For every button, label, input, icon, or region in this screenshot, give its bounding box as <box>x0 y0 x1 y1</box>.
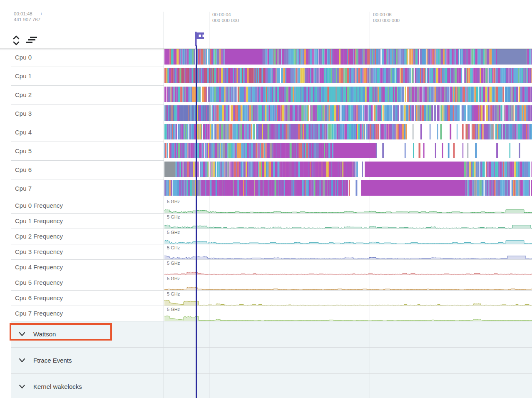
track-label-cpu-2-frequency[interactable]: Cpu 2 Frequency <box>15 229 63 244</box>
freq-track-canvas-cpu-6-frequency[interactable] <box>164 300 532 306</box>
freq-track-canvas-cpu-7-frequency[interactable] <box>164 315 532 321</box>
row-separator <box>11 229 532 229</box>
track-label-cpu-1[interactable]: Cpu 1 <box>15 67 32 85</box>
row-separator <box>11 198 532 198</box>
chevron-down-icon[interactable] <box>19 321 25 347</box>
freq-track-canvas-cpu-1-frequency[interactable] <box>164 223 532 229</box>
row-separator <box>11 48 164 48</box>
sched-track-canvas-cpu-7[interactable] <box>164 180 532 196</box>
sched-track-canvas-cpu-2[interactable] <box>164 87 532 102</box>
group-row-ftrace-events[interactable]: Ftrace Events <box>0 347 532 373</box>
group-label-kernel-wakelocks[interactable]: Kernel wakelocks <box>33 373 82 398</box>
tick-time: 00:00:06 <box>373 12 400 17</box>
group-row-kernel-wakelocks[interactable]: Kernel wakelocks <box>0 373 532 398</box>
tick-time: 00:00:04 <box>212 12 239 17</box>
tick-nanos: 000 000 000 <box>212 17 239 23</box>
counter-scale-label: 5 GHz <box>167 199 180 204</box>
row-separator <box>11 306 532 306</box>
group-row-background <box>11 347 532 373</box>
sched-track-canvas-cpu-3[interactable] <box>164 105 532 121</box>
counter-scale-label: 5 GHz <box>167 291 180 296</box>
sched-track-canvas-cpu-1[interactable] <box>164 68 532 83</box>
counter-scale-label: 5 GHz <box>167 276 180 281</box>
track-row-cpu-4: Cpu 4 <box>0 123 532 142</box>
clock-time: 00:01:48 <box>14 11 32 16</box>
track-row-cpu-5-frequency: Cpu 5 Frequency5 GHz <box>0 275 532 290</box>
track-label-cpu-4[interactable]: Cpu 4 <box>15 123 32 142</box>
track-label-cpu-0-frequency[interactable]: Cpu 0 Frequency <box>15 198 63 213</box>
freq-track-canvas-cpu-0-frequency[interactable] <box>164 207 532 213</box>
counter-scale-label: 5 GHz <box>167 261 180 266</box>
row-separator <box>11 160 164 161</box>
track-label-cpu-7-frequency[interactable]: Cpu 7 Frequency <box>15 306 63 321</box>
row-separator <box>11 104 164 104</box>
track-row-cpu-3-frequency: Cpu 3 Frequency5 GHz <box>0 244 532 259</box>
sched-track-canvas-cpu-4[interactable] <box>164 124 532 139</box>
track-label-cpu-6[interactable]: Cpu 6 <box>15 160 32 179</box>
group-label-ftrace-events[interactable]: Ftrace Events <box>33 347 72 373</box>
row-separator <box>11 123 164 123</box>
clock-offset-sign: + <box>40 11 43 16</box>
group-row-background <box>11 321 532 347</box>
track-row-cpu-6: Cpu 6 <box>0 160 532 179</box>
row-separator <box>11 244 532 244</box>
track-row-cpu-5: Cpu 5 <box>0 142 532 160</box>
freq-track-canvas-cpu-5-frequency[interactable] <box>164 284 532 290</box>
clock-nanos: 441 907 767 <box>14 17 42 22</box>
tick-nanos: 000 000 000 <box>373 17 400 23</box>
track-label-cpu-1-frequency[interactable]: Cpu 1 Frequency <box>15 213 63 229</box>
row-separator <box>11 290 532 291</box>
track-row-cpu-1-frequency: Cpu 1 Frequency5 GHz <box>0 213 532 229</box>
row-separator <box>11 142 164 142</box>
track-row-cpu-4-frequency: Cpu 4 Frequency5 GHz <box>0 259 532 275</box>
sched-track-canvas-cpu-0[interactable] <box>164 49 532 65</box>
viewport-clock: 00:01:48+ 441 907 767 <box>14 11 42 22</box>
counter-scale-label: 5 GHz <box>167 307 180 312</box>
chevron-down-icon[interactable] <box>19 373 25 398</box>
track-row-cpu-0-frequency: Cpu 0 Frequency5 GHz <box>0 198 532 213</box>
track-label-cpu-5[interactable]: Cpu 5 <box>15 142 32 160</box>
row-separator <box>11 373 532 374</box>
track-label-cpu-7[interactable]: Cpu 7 <box>15 179 32 198</box>
chevron-down-icon[interactable] <box>19 347 25 373</box>
track-label-cpu-3-frequency[interactable]: Cpu 3 Frequency <box>15 244 63 259</box>
track-row-cpu-3: Cpu 3 <box>0 104 532 123</box>
track-row-cpu-6-frequency: Cpu 6 Frequency5 GHz <box>0 290 532 306</box>
track-row-cpu-2: Cpu 2 <box>0 85 532 104</box>
track-row-cpu-7: Cpu 7 <box>0 179 532 198</box>
track-row-cpu-7-frequency: Cpu 7 Frequency5 GHz <box>0 306 532 321</box>
row-separator <box>11 85 164 86</box>
timeline-viewport: 00:01:48+ 441 907 767 00:00:04000 000 00… <box>0 0 532 398</box>
track-label-cpu-2[interactable]: Cpu 2 <box>15 85 32 104</box>
row-separator <box>11 259 532 260</box>
freq-track-canvas-cpu-4-frequency[interactable] <box>164 269 532 275</box>
freq-track-canvas-cpu-2-frequency[interactable] <box>164 238 532 244</box>
timeline-cursor-line <box>196 45 197 398</box>
sched-track-canvas-cpu-6[interactable] <box>164 162 532 177</box>
freq-track-canvas-cpu-3-frequency[interactable] <box>164 254 532 259</box>
track-label-cpu-5-frequency[interactable]: Cpu 5 Frequency <box>15 275 63 290</box>
row-separator <box>11 213 532 214</box>
ruler-tick-label: 00:00:06000 000 000 <box>373 12 400 23</box>
counter-scale-label: 5 GHz <box>167 230 180 235</box>
flag-marker-icon[interactable] <box>193 31 206 48</box>
track-label-cpu-3[interactable]: Cpu 3 <box>15 104 32 123</box>
ruler-tick-label: 00:00:04000 000 000 <box>212 12 239 23</box>
row-separator <box>11 275 532 275</box>
row-separator <box>11 67 164 67</box>
track-label-cpu-0[interactable]: Cpu 0 <box>15 48 32 67</box>
sort-tracks-icon[interactable] <box>26 36 38 45</box>
group-row-wattson[interactable]: Wattson <box>0 321 532 347</box>
row-separator <box>11 347 532 348</box>
track-area-boundary-line <box>164 12 164 398</box>
track-label-cpu-6-frequency[interactable]: Cpu 6 Frequency <box>15 290 63 306</box>
track-row-cpu-2-frequency: Cpu 2 Frequency5 GHz <box>0 229 532 244</box>
row-separator <box>11 321 532 321</box>
sched-track-canvas-cpu-5[interactable] <box>164 143 532 158</box>
group-label-wattson[interactable]: Wattson <box>33 321 56 347</box>
group-row-background <box>11 373 532 398</box>
counter-scale-label: 5 GHz <box>167 245 180 250</box>
track-row-cpu-0: Cpu 0 <box>0 48 532 67</box>
track-label-cpu-4-frequency[interactable]: Cpu 4 Frequency <box>15 259 63 275</box>
expand-collapse-tracks-icon[interactable] <box>12 35 20 47</box>
